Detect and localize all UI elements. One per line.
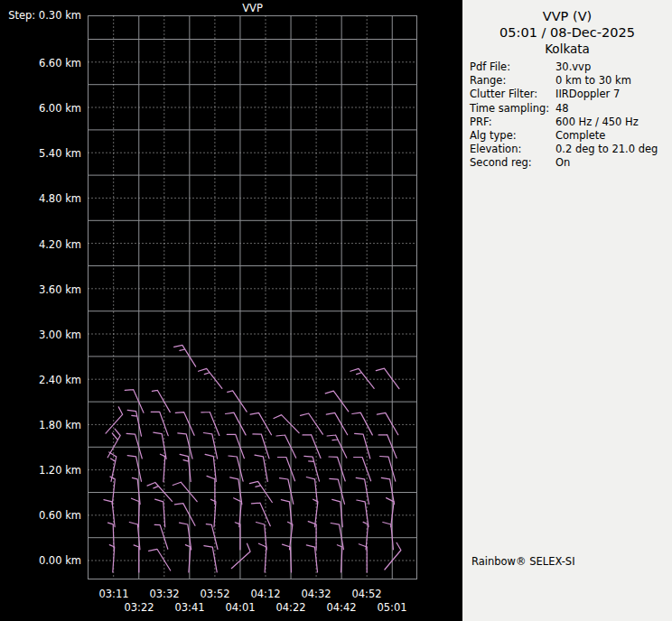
param-row: PRF: 600 Hz / 450 Hz <box>470 116 668 129</box>
param-label: Alg type: <box>470 129 555 143</box>
y-axis-step-label: Step: 0.30 km <box>0 9 81 22</box>
x-tick-label: 04:01 <box>215 601 266 614</box>
wind-barb <box>199 368 222 388</box>
param-value: Complete <box>555 129 668 143</box>
wind-barb <box>126 433 142 459</box>
wind-barb <box>274 415 299 433</box>
param-row: Second reg: On <box>470 156 668 170</box>
param-row: Pdf File: 30.vvp <box>470 60 668 74</box>
wind-barb <box>155 499 165 527</box>
wind-barb <box>383 523 394 550</box>
param-value: 30.vvp <box>555 60 668 74</box>
wind-barb <box>329 457 345 481</box>
wind-barb <box>206 524 218 550</box>
wind-barb <box>125 390 144 413</box>
wind-barb <box>154 432 166 459</box>
param-label: Time sampling: <box>470 102 555 116</box>
y-tick-label: 6.00 km <box>0 102 81 115</box>
x-tick-label: 04:12 <box>240 588 291 600</box>
wind-barb <box>277 458 294 481</box>
wind-barb <box>332 499 343 526</box>
param-row: Alg type: Complete <box>470 129 668 143</box>
y-tick-label: 6.60 km <box>0 57 81 70</box>
param-label: PRF: <box>470 116 555 129</box>
wind-barb <box>303 435 321 459</box>
y-tick-label: 1.80 km <box>0 419 81 431</box>
y-tick-label: 0.00 km <box>0 554 81 567</box>
wind-barb <box>378 435 397 459</box>
param-value: 600 Hz / 450 Hz <box>555 116 668 129</box>
param-row: Range: 0 km to 30 km <box>470 74 668 88</box>
wind-barb <box>376 368 399 389</box>
wind-barb <box>250 412 271 434</box>
y-tick-label: 4.20 km <box>0 238 81 251</box>
site-name: Kolkata <box>462 41 672 57</box>
x-tick-label: 04:32 <box>291 588 341 600</box>
wind-barb <box>326 412 347 434</box>
x-tick-label: 03:32 <box>139 588 190 600</box>
vendor-brand: Rainbow® SELEX-SI <box>471 555 575 568</box>
wind-barb <box>276 435 296 458</box>
product-title: VVP (V) <box>462 8 672 24</box>
x-tick-label: 04:42 <box>316 601 367 614</box>
x-tick-label: 05:01 <box>367 601 417 614</box>
scan-datetime: 05:01 / 08-Dec-2025 <box>462 24 672 41</box>
vvp-app-window: VVP Step: 0.30 km 6.60 km 6.00 km 5.40 k… <box>0 0 672 621</box>
param-value: 0 km to 30 km <box>555 74 668 88</box>
wind-barb <box>160 454 164 481</box>
param-value: IIRDoppler 7 <box>555 88 668 101</box>
x-tick-label: 03:41 <box>164 601 215 614</box>
x-tick-label: 03:22 <box>114 601 164 614</box>
wind-barb-plot <box>0 0 462 621</box>
x-tick-label: 04:22 <box>266 601 316 614</box>
plot-title: VVP <box>88 2 417 14</box>
wind-barb <box>149 549 171 570</box>
wind-barb <box>147 483 173 502</box>
wind-barb <box>257 523 267 550</box>
wind-barb <box>249 481 272 502</box>
wind-barb <box>173 482 197 502</box>
wind-barb <box>355 433 370 459</box>
wind-barb <box>174 345 196 366</box>
x-tick-label: 03:52 <box>190 588 240 600</box>
param-label: Second reg: <box>470 156 555 170</box>
wind-barb <box>134 545 139 572</box>
y-tick-label: 4.80 km <box>0 192 81 205</box>
param-value: 0.2 deg to 21.0 deg <box>555 143 668 156</box>
wind-barb <box>377 412 397 434</box>
x-tick-label: 04:52 <box>341 588 392 600</box>
wind-barb <box>152 390 170 412</box>
vvp-plot-area: VVP Step: 0.30 km 6.60 km 6.00 km 5.40 k… <box>0 0 462 621</box>
param-value: On <box>555 156 668 170</box>
param-row: Elevation: 0.2 deg to 21.0 deg <box>470 143 668 156</box>
param-label: Elevation: <box>470 143 555 156</box>
y-tick-label: 0.60 km <box>0 509 81 522</box>
wind-barb <box>227 434 244 458</box>
wind-barb <box>226 412 247 435</box>
wind-barb <box>301 413 323 434</box>
wind-barb <box>387 498 395 527</box>
param-label: Pdf File: <box>470 60 555 74</box>
parameter-list: Pdf File: 30.vvp Range: 0 km to 30 km Cl… <box>470 60 668 171</box>
param-label: Clutter Filter: <box>470 88 555 101</box>
y-tick-label: 5.40 km <box>0 147 81 160</box>
param-label: Range: <box>470 74 555 88</box>
wind-barb <box>174 504 195 526</box>
wind-barb <box>204 546 217 572</box>
x-tick-label: 03:11 <box>89 588 139 600</box>
wind-barb <box>106 407 123 433</box>
info-panel: VVP (V) 05:01 / 08-Dec-2025 Kolkata Pdf … <box>462 0 672 621</box>
wind-barb <box>352 412 373 435</box>
wind-barb <box>154 524 168 549</box>
y-tick-label: 2.40 km <box>0 374 81 386</box>
y-tick-label: 3.00 km <box>0 329 81 341</box>
wind-barb <box>251 503 270 526</box>
y-tick-label: 1.20 km <box>0 464 81 477</box>
wind-barb <box>201 412 219 436</box>
y-tick-label: 3.60 km <box>0 283 81 296</box>
wind-barb <box>228 391 247 412</box>
wind-barb <box>231 543 250 569</box>
param-value: 48 <box>555 102 668 116</box>
wind-barb <box>350 368 374 388</box>
wind-barb <box>175 412 194 436</box>
